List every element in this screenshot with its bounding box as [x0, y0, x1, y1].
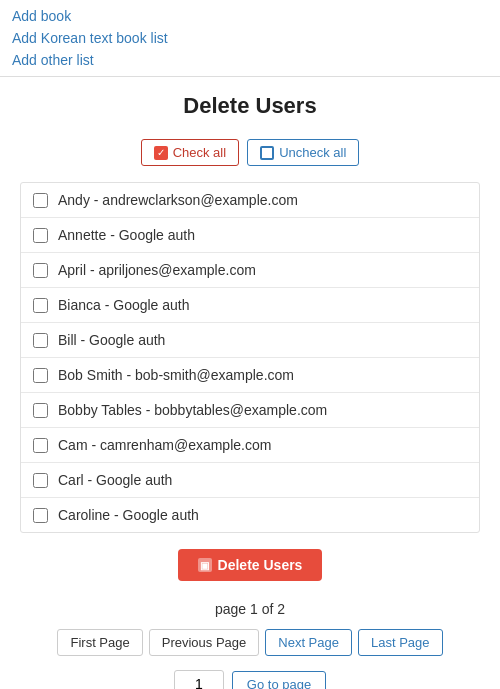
- delete-icon: ▣: [198, 558, 212, 572]
- user-label: Caroline - Google auth: [58, 507, 199, 523]
- user-checkbox[interactable]: [33, 438, 48, 453]
- check-actions: ✓ Check all Uncheck all: [20, 139, 480, 166]
- user-list: Andy - andrewclarkson@example.comAnnette…: [20, 182, 480, 533]
- next-page-button[interactable]: Next Page: [265, 629, 352, 656]
- user-checkbox[interactable]: [33, 473, 48, 488]
- user-checkbox[interactable]: [33, 333, 48, 348]
- nav-link-add-book[interactable]: Add book: [12, 8, 488, 24]
- uncheck-all-button[interactable]: Uncheck all: [247, 139, 359, 166]
- user-label: Cam - camrenham@example.com: [58, 437, 271, 453]
- user-checkbox[interactable]: [33, 298, 48, 313]
- user-checkbox[interactable]: [33, 193, 48, 208]
- user-label: Annette - Google auth: [58, 227, 195, 243]
- nav-link-add-other[interactable]: Add other list: [12, 52, 488, 68]
- check-all-label: Check all: [173, 145, 226, 160]
- nav-link-add-korean[interactable]: Add Korean text book list: [12, 30, 488, 46]
- main-content: Delete Users ✓ Check all Uncheck all And…: [0, 77, 500, 689]
- user-label: Bill - Google auth: [58, 332, 165, 348]
- user-checkbox[interactable]: [33, 228, 48, 243]
- pagination-buttons: First Page Previous Page Next Page Last …: [20, 629, 480, 656]
- user-item: Bianca - Google auth: [21, 288, 479, 323]
- user-item: Bob Smith - bob-smith@example.com: [21, 358, 479, 393]
- uncheck-all-icon: [260, 146, 274, 160]
- user-label: Bianca - Google auth: [58, 297, 190, 313]
- delete-button-label: Delete Users: [218, 557, 303, 573]
- user-checkbox[interactable]: [33, 263, 48, 278]
- user-item: Caroline - Google auth: [21, 498, 479, 532]
- prev-page-button[interactable]: Previous Page: [149, 629, 260, 656]
- check-all-icon: ✓: [154, 146, 168, 160]
- uncheck-all-label: Uncheck all: [279, 145, 346, 160]
- user-checkbox[interactable]: [33, 403, 48, 418]
- delete-users-button[interactable]: ▣ Delete Users: [178, 549, 323, 581]
- page-title: Delete Users: [20, 93, 480, 119]
- user-item: Cam - camrenham@example.com: [21, 428, 479, 463]
- go-to-page-button[interactable]: Go to page: [232, 671, 326, 690]
- page-number-input[interactable]: [174, 670, 224, 689]
- user-label: Andy - andrewclarkson@example.com: [58, 192, 298, 208]
- top-nav: Add bookAdd Korean text book listAdd oth…: [0, 0, 500, 77]
- user-label: April - apriljones@example.com: [58, 262, 256, 278]
- user-checkbox[interactable]: [33, 508, 48, 523]
- user-item: April - apriljones@example.com: [21, 253, 479, 288]
- last-page-button[interactable]: Last Page: [358, 629, 443, 656]
- user-label: Bob Smith - bob-smith@example.com: [58, 367, 294, 383]
- user-item: Bill - Google auth: [21, 323, 479, 358]
- check-all-button[interactable]: ✓ Check all: [141, 139, 239, 166]
- delete-section: ▣ Delete Users: [20, 549, 480, 581]
- user-checkbox[interactable]: [33, 368, 48, 383]
- user-item: Annette - Google auth: [21, 218, 479, 253]
- pagination-info: page 1 of 2: [20, 601, 480, 617]
- user-label: Bobby Tables - bobbytables@example.com: [58, 402, 327, 418]
- user-item: Andy - andrewclarkson@example.com: [21, 183, 479, 218]
- user-item: Bobby Tables - bobbytables@example.com: [21, 393, 479, 428]
- go-to-page: Go to page: [20, 670, 480, 689]
- user-label: Carl - Google auth: [58, 472, 172, 488]
- user-item: Carl - Google auth: [21, 463, 479, 498]
- first-page-button[interactable]: First Page: [57, 629, 142, 656]
